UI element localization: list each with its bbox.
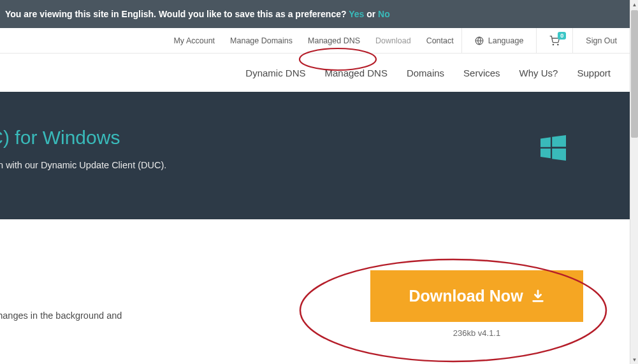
content-description: ally checks for IP address changes in th… [0,258,324,338]
cart-badge: 0 [558,32,566,40]
hero-title: e Client (DUC) for Windows [0,127,630,149]
content-section: ally checks for IP address changes in th… [0,219,630,338]
nav-language-label: Language [488,36,524,45]
svg-point-2 [558,44,558,45]
nav-my-account[interactable]: My Account [166,28,222,53]
desc-line-2: whenever it changes. [0,323,324,338]
download-meta-text: 236kb v4.1.1 [453,328,500,338]
language-no-link[interactable]: No [378,9,390,19]
download-now-button[interactable]: Download Now [370,270,583,322]
nav-manage-domains[interactable]: Manage Domains [222,28,300,53]
nav-dynamic-dns[interactable]: Dynamic DNS [245,68,305,78]
nav-services[interactable]: Services [463,68,500,78]
nav-contact[interactable]: Contact [419,28,461,53]
nav-language[interactable]: Language [461,28,537,53]
download-button-label: Download Now [409,287,523,305]
nav-managed-dns-top[interactable]: Managed DNS [300,28,368,53]
scrollbar-arrow-up-icon[interactable]: ▲ [630,0,638,9]
scrollbar-arrow-down-icon[interactable]: ▼ [630,355,638,364]
nav-sign-out[interactable]: Sign Out [572,28,630,53]
top-account-nav: My Account Manage Domains Managed DNS Do… [0,28,630,54]
main-nav: Dynamic DNS Managed DNS Domains Services… [0,54,630,92]
nav-managed-dns-main[interactable]: Managed DNS [325,68,388,78]
language-preference-bar: You are viewing this site in English. Wo… [0,0,630,28]
nav-support[interactable]: Support [577,68,611,78]
scrollbar-thumb[interactable] [631,10,638,138]
windows-icon [540,135,566,161]
nav-why-us[interactable]: Why Us? [519,68,558,78]
nav-download[interactable]: Download [368,28,419,53]
language-yes-link[interactable]: Yes [349,9,364,19]
nav-domains[interactable]: Domains [407,68,444,78]
language-prompt-text: You are viewing this site in English. Wo… [5,9,347,19]
vertical-scrollbar[interactable]: ▲ ▼ [630,0,638,364]
hero-section: e Client (DUC) for Windows th your No-IP… [0,92,630,219]
language-or-text: or [366,9,375,19]
download-icon [531,289,545,303]
svg-point-1 [553,44,554,45]
hero-subtitle: th your No-IP host or domain with our Dy… [0,160,630,170]
nav-cart[interactable]: 0 [536,28,572,53]
globe-icon [475,36,484,45]
desc-line-1: ally checks for IP address changes in th… [0,309,324,323]
